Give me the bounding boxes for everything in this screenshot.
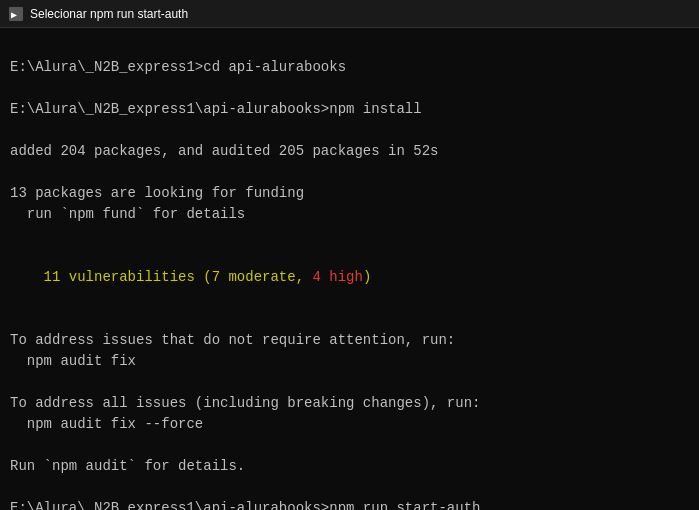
terminal-line: npm audit fix --force	[10, 414, 689, 435]
terminal-body: E:\Alura\_N2B_express1>cd api-alurabooks…	[0, 28, 699, 510]
high-count: 4 high	[312, 269, 362, 285]
line-text: E:\Alura\_N2B_express1\api-alurabooks>np…	[10, 500, 480, 510]
terminal-line: To address issues that do not require at…	[10, 330, 689, 351]
line-text: Run `npm audit` for details.	[10, 458, 245, 474]
line-text: npm audit fix --force	[10, 416, 203, 432]
vuln-line: 11 vulnerabilities (7 moderate, 4 high)	[10, 246, 689, 309]
line-text: 13 packages are looking for funding	[10, 185, 304, 201]
terminal-line: E:\Alura\_N2B_express1\api-alurabooks>np…	[10, 498, 689, 510]
window-title: Selecionar npm run start-auth	[30, 7, 188, 21]
terminal-line: 13 packages are looking for funding	[10, 183, 689, 204]
spacer	[10, 120, 689, 141]
spacer	[10, 372, 689, 393]
line-text: run `npm fund` for details	[10, 206, 245, 222]
terminal-line: added 204 packages, and audited 205 pack…	[10, 141, 689, 162]
title-bar: ▶ Selecionar npm run start-auth	[0, 0, 699, 28]
spacer	[10, 477, 689, 498]
terminal-line: E:\Alura\_N2B_express1\api-alurabooks>np…	[10, 99, 689, 120]
moderate-label: moderate	[228, 269, 295, 285]
vuln-close: )	[363, 269, 371, 285]
line-text: added 204 packages, and audited 205 pack…	[10, 143, 438, 159]
spacer	[10, 225, 689, 246]
terminal-line: To address all issues (including breakin…	[10, 393, 689, 414]
terminal-icon: ▶	[8, 6, 24, 22]
vuln-count: 11 vulnerabilities (7	[44, 269, 229, 285]
spacer	[10, 309, 689, 330]
spacer	[10, 78, 689, 99]
spacer	[10, 435, 689, 456]
vuln-comma: ,	[296, 269, 313, 285]
line-text: npm audit fix	[10, 353, 136, 369]
terminal-line: run `npm fund` for details	[10, 204, 689, 225]
terminal-line: E:\Alura\_N2B_express1>cd api-alurabooks	[10, 57, 689, 78]
terminal-line: npm audit fix	[10, 351, 689, 372]
spacer	[10, 36, 689, 57]
spacer	[10, 162, 689, 183]
line-text: E:\Alura\_N2B_express1\api-alurabooks>np…	[10, 101, 422, 117]
line-text: To address issues that do not require at…	[10, 332, 455, 348]
line-text: E:\Alura\_N2B_express1>cd api-alurabooks	[10, 59, 346, 75]
svg-text:▶: ▶	[11, 9, 17, 20]
terminal-line: Run `npm audit` for details.	[10, 456, 689, 477]
line-text: To address all issues (including breakin…	[10, 395, 480, 411]
